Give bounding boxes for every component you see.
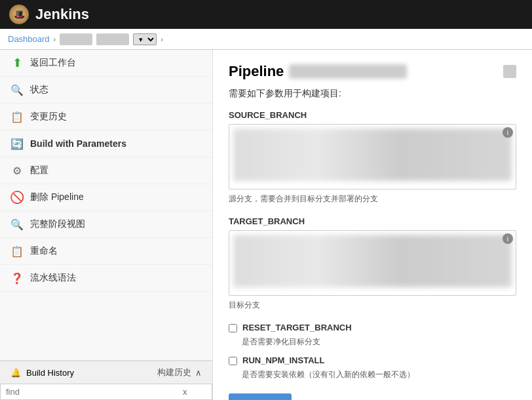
pipeline-title-text: Pipeline — [229, 63, 284, 80]
reset-target-checkbox[interactable] — [229, 324, 237, 332]
target-branch-info-icon: i — [503, 233, 513, 244]
run-npm-label: RUN_NPM_INSTALL — [242, 355, 324, 365]
sidebar: ⬆ 返回工作台 🔍 状态 📋 变更历史 🔄 Build with Paramet… — [0, 50, 213, 400]
sidebar-item-pipeline-syntax-label: 流水线语法 — [30, 272, 76, 284]
pipeline-title-blurred — [289, 64, 407, 79]
gear-icon: ⚙ — [10, 164, 24, 177]
source-branch-label: SOURCE_BRANCH — [229, 110, 516, 120]
source-branch-info-icon: i — [503, 127, 513, 138]
pipeline-title: Pipeline — [229, 63, 516, 80]
content-area: Pipeline 需要如下参数用于构建项目: SOURCE_BRANCH i 源… — [213, 50, 532, 400]
sidebar-item-build-params[interactable]: 🔄 Build with Parameters — [0, 130, 212, 157]
sidebar-item-status[interactable]: 🔍 状态 — [0, 77, 212, 104]
no-icon-delete: 🚫 — [10, 191, 24, 204]
breadcrumb-sep1: › — [54, 35, 56, 43]
sidebar-item-config[interactable]: ⚙ 配置 — [0, 157, 212, 184]
sidebar-item-delete[interactable]: 🚫 删除 Pipeline — [0, 184, 212, 211]
breadcrumb-dashboard[interactable]: Dashboard — [8, 34, 50, 44]
breadcrumb-dropdown[interactable]: ▾ — [133, 33, 157, 45]
expand-icon: ∧ — [195, 368, 202, 378]
source-branch-hint: 源分支，需要合并到目标分支并部署的分支 — [229, 193, 516, 205]
breadcrumb-item-blurred1 — [60, 33, 92, 45]
build-history-left: 🔔 Build History — [10, 368, 74, 378]
sidebar-item-status-label: 状态 — [30, 84, 48, 96]
sidebar-item-pipeline-syntax[interactable]: ❓ 流水线语法 — [0, 265, 212, 292]
target-branch-input-box[interactable]: i — [229, 230, 516, 296]
sidebar-item-stage-label: 完整阶段视图 — [30, 218, 85, 230]
target-branch-blurred — [233, 235, 512, 287]
main-layout: ⬆ 返回工作台 🔍 状态 📋 变更历史 🔄 Build with Paramet… — [0, 50, 532, 400]
build-find-input[interactable] — [1, 384, 178, 399]
start-build-button[interactable]: 开始构建 — [229, 393, 292, 400]
section-description: 需要如下参数用于构建项目: — [229, 88, 516, 100]
sidebar-item-build-params-label: Build with Parameters — [30, 138, 126, 149]
source-branch-input-box[interactable]: i — [229, 124, 516, 190]
arrow-up-icon: ⬆ — [10, 56, 24, 70]
sidebar-item-history[interactable]: 📋 变更历史 — [0, 104, 212, 130]
app-title: Jenkins — [35, 6, 89, 23]
run-npm-checkbox[interactable] — [229, 357, 237, 365]
reset-target-desc: 是否需要净化目标分支 — [242, 336, 516, 348]
sidebar-item-config-label: 配置 — [30, 165, 48, 176]
breadcrumb-sep2: › — [161, 35, 163, 43]
search-icon-stage: 🔍 — [10, 218, 24, 231]
build-find-row: x — [0, 384, 212, 400]
pipeline-title-icon — [503, 65, 516, 78]
param-target-branch: TARGET_BRANCH i 目标分支 — [229, 216, 516, 311]
run-npm-desc: 是否需要安装依赖（没有引入新的依赖一般不选） — [242, 369, 516, 380]
breadcrumb-item-blurred2 — [96, 33, 129, 45]
sidebar-item-stage[interactable]: 🔍 完整阶段视图 — [0, 211, 212, 238]
breadcrumb: Dashboard › ▾ › — [0, 29, 532, 50]
build-history-label: Build History — [26, 368, 74, 378]
build-history-right: 构建历史 ∧ — [157, 367, 202, 378]
sidebar-nav: ⬆ 返回工作台 🔍 状态 📋 变更历史 🔄 Build with Paramet… — [0, 50, 212, 360]
sidebar-item-rename-label: 重命名 — [30, 245, 58, 257]
sidebar-item-rename[interactable]: 📋 重命名 — [0, 238, 212, 265]
param-source-branch: SOURCE_BRANCH i 源分支，需要合并到目标分支并部署的分支 — [229, 110, 516, 205]
checkbox-run-npm-row: RUN_NPM_INSTALL 是否需要安装依赖（没有引入新的依赖一般不选） — [229, 355, 516, 380]
jenkins-logo: 🎩 — [9, 5, 29, 24]
build-history-label-zh: 构建历史 — [157, 367, 191, 378]
reset-target-label: RESET_TARGET_BRANCH — [242, 323, 352, 332]
checkbox-reset-target-row: RESET_TARGET_BRANCH 是否需要净化目标分支 — [229, 323, 516, 348]
build-history-header[interactable]: 🔔 Build History 构建历史 ∧ — [0, 361, 212, 384]
sidebar-item-back-label: 返回工作台 — [30, 57, 76, 69]
search-icon-status: 🔍 — [10, 83, 24, 96]
logo-emoji: 🎩 — [14, 9, 25, 20]
build-icon: 🔄 — [10, 137, 24, 150]
help-icon: ❓ — [10, 271, 24, 285]
source-branch-blurred — [233, 129, 512, 181]
sidebar-item-delete-label: 删除 Pipeline — [30, 191, 84, 203]
sidebar-item-back[interactable]: ⬆ 返回工作台 — [0, 50, 212, 77]
sidebar-item-history-label: 变更历史 — [30, 111, 67, 123]
build-history-icon: 🔔 — [10, 368, 21, 378]
app-header: 🎩 Jenkins — [0, 0, 532, 29]
build-find-clear[interactable]: x — [178, 384, 193, 399]
target-branch-label: TARGET_BRANCH — [229, 216, 516, 226]
rename-icon: 📋 — [10, 245, 24, 258]
build-history-section: 🔔 Build History 构建历史 ∧ x — [0, 360, 212, 400]
checkbox-run-npm: RUN_NPM_INSTALL — [229, 355, 516, 365]
target-branch-hint: 目标分支 — [229, 300, 516, 311]
doc-icon-history: 📋 — [10, 110, 24, 123]
checkbox-reset-target: RESET_TARGET_BRANCH — [229, 323, 516, 332]
